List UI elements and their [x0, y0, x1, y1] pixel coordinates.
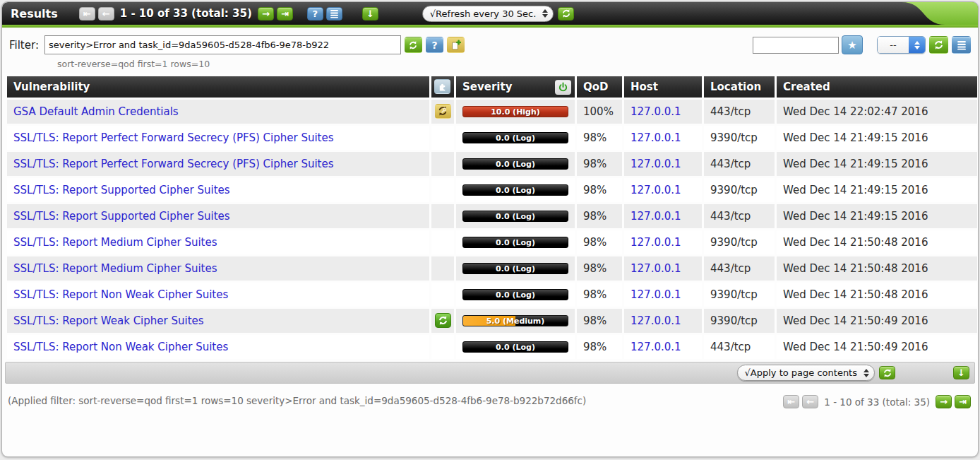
refresh-icon — [408, 40, 418, 50]
column-header-vulnerability[interactable]: Vulnerability — [7, 76, 429, 98]
chevron-updown-icon — [909, 37, 925, 53]
table-row: SSL/TLS: Report Supported Cipher Suites … — [7, 204, 977, 228]
filter-input[interactable] — [44, 35, 401, 54]
filters-list-button[interactable] — [952, 36, 971, 54]
results-window: Results ⇤ ← 1 - 10 of 33 (total: 35) → ⇥… — [1, 1, 979, 457]
qod-value: 98% — [577, 335, 622, 359]
result-link[interactable]: SSL/TLS: Report Medium Cipher Suites — [13, 262, 217, 275]
apply-saved-filter-button[interactable] — [929, 36, 948, 54]
update-filter-button[interactable] — [405, 37, 422, 53]
result-link[interactable]: SSL/TLS: Report Weak Cipher Suites — [13, 314, 204, 327]
last-page-button[interactable]: ⇥ — [955, 395, 971, 408]
severity-bar: 5.0 (Medium) — [462, 315, 568, 326]
next-page-button[interactable]: → — [936, 395, 952, 408]
pagination-label: 1 - 10 of 33 (total: 35) — [120, 7, 252, 20]
new-filter-button[interactable] — [447, 37, 465, 53]
severity-bar: 0.0 (Log) — [462, 132, 568, 143]
select-arrows-icon — [542, 9, 548, 18]
severity-bar: 0.0 (Log) — [462, 237, 568, 248]
column-header-host[interactable]: Host — [624, 76, 702, 98]
host-link[interactable]: 127.0.0.1 — [631, 131, 681, 144]
saved-filter-select[interactable]: -- — [877, 36, 926, 54]
first-page-button[interactable]: ⇤ — [79, 7, 95, 20]
overrides-toggle-button[interactable] — [555, 80, 571, 95]
table-row: GSA Default Admin Credentials 10.0 (High… — [7, 100, 977, 124]
applied-filter-text: (Applied filter: sort-reverse=qod first=… — [8, 395, 586, 406]
result-link[interactable]: SSL/TLS: Report Non Weak Cipher Suites — [13, 341, 228, 353]
first-page-button[interactable]: ⇤ — [783, 395, 799, 408]
qod-value: 98% — [577, 256, 622, 281]
download-button[interactable]: ↓ — [953, 366, 969, 379]
refresh-interval-value: √Refresh every 30 Sec. — [430, 8, 537, 19]
column-header-solution-type[interactable] — [431, 76, 454, 98]
location-value: 9390/tcp — [704, 126, 775, 150]
page-title: Results — [11, 7, 58, 20]
list-icon — [330, 9, 339, 18]
table-row: SSL/TLS: Report Perfect Forward Secrecy … — [7, 126, 977, 150]
severity-bar: 0.0 (Log) — [462, 289, 568, 300]
list-icon — [957, 40, 967, 50]
result-link[interactable]: SSL/TLS: Report Perfect Forward Secrecy … — [13, 158, 334, 170]
result-link[interactable]: SSL/TLS: Report Non Weak Cipher Suites — [13, 288, 228, 301]
table-row: SSL/TLS: Report Medium Cipher Suites 0.0… — [7, 230, 977, 254]
apply-to-value: √Apply to page contents — [745, 367, 857, 378]
refresh-interval-select[interactable]: √Refresh every 30 Sec. — [422, 6, 554, 22]
table-row: SSL/TLS: Report Supported Cipher Suites … — [7, 178, 977, 202]
host-link[interactable]: 127.0.0.1 — [631, 288, 681, 301]
severity-bar: 0.0 (Log) — [462, 341, 568, 353]
host-link[interactable]: 127.0.0.1 — [631, 105, 681, 118]
location-value: 9390/tcp — [704, 283, 775, 307]
result-link[interactable]: SSL/TLS: Report Medium Cipher Suites — [13, 236, 217, 249]
previous-page-button[interactable]: ← — [802, 395, 818, 408]
results-table: Vulnerability Severity QoD Host Location… — [5, 74, 979, 361]
bookmark-filter-button[interactable]: ★ — [842, 35, 863, 54]
refresh-now-button[interactable] — [558, 7, 574, 20]
refresh-icon — [883, 368, 892, 378]
column-header-severity[interactable]: Severity — [456, 76, 575, 98]
new-filter-icon — [450, 40, 461, 51]
location-value: 443/tcp — [704, 152, 775, 176]
host-link[interactable]: 127.0.0.1 — [631, 236, 681, 249]
location-value: 443/tcp — [704, 335, 775, 359]
qod-value: 98% — [577, 126, 622, 150]
refresh-icon — [561, 8, 571, 18]
location-value: 443/tcp — [704, 100, 775, 124]
green-swoosh-decoration — [856, 2, 978, 25]
host-link[interactable]: 127.0.0.1 — [631, 314, 681, 327]
created-value: Wed Dec 14 21:50:48 2016 — [777, 230, 977, 254]
table-footer-bar: √Apply to page contents ↓ — [5, 362, 975, 384]
previous-page-button[interactable]: ← — [98, 7, 114, 20]
select-arrows-icon — [864, 369, 869, 377]
column-header-created[interactable]: Created — [777, 76, 977, 98]
table-row: SSL/TLS: Report Weak Cipher Suites 5.0 (… — [7, 309, 977, 333]
result-link[interactable]: GSA Default Admin Credentials — [13, 105, 179, 118]
location-value: 9390/tcp — [704, 309, 775, 333]
workaround-icon — [435, 104, 451, 119]
result-link[interactable]: SSL/TLS: Report Perfect Forward Secrecy … — [13, 131, 334, 144]
qod-value: 98% — [577, 152, 622, 176]
host-link[interactable]: 127.0.0.1 — [631, 262, 681, 275]
apply-to-select[interactable]: √Apply to page contents — [737, 365, 875, 381]
last-page-button[interactable]: ⇥ — [277, 7, 293, 20]
star-icon: ★ — [847, 39, 856, 52]
severity-bar: 10.0 (High) — [462, 106, 568, 117]
result-link[interactable]: SSL/TLS: Report Supported Cipher Suites — [13, 210, 230, 223]
host-link[interactable]: 127.0.0.1 — [631, 184, 681, 196]
list-view-button[interactable] — [326, 7, 342, 20]
apply-refresh-button[interactable] — [879, 366, 895, 379]
column-header-location[interactable]: Location — [704, 76, 775, 98]
host-link[interactable]: 127.0.0.1 — [631, 210, 681, 223]
column-header-qod[interactable]: QoD — [577, 76, 622, 98]
result-link[interactable]: SSL/TLS: Report Supported Cipher Suites — [13, 184, 230, 196]
filter-label: Filter: — [9, 39, 39, 52]
download-button[interactable]: ↓ — [362, 7, 378, 20]
qod-value: 100% — [577, 100, 622, 124]
filter-help-button[interactable]: ? — [426, 37, 443, 53]
filter-extra-terms: sort-reverse=qod first=1 rows=10 — [57, 59, 972, 69]
help-button[interactable]: ? — [307, 7, 323, 20]
host-link[interactable]: 127.0.0.1 — [631, 158, 681, 170]
next-page-button[interactable]: → — [258, 7, 274, 20]
created-value: Wed Dec 14 21:49:15 2016 — [777, 204, 977, 228]
host-link[interactable]: 127.0.0.1 — [631, 341, 681, 353]
save-filter-name-input[interactable] — [753, 37, 839, 54]
